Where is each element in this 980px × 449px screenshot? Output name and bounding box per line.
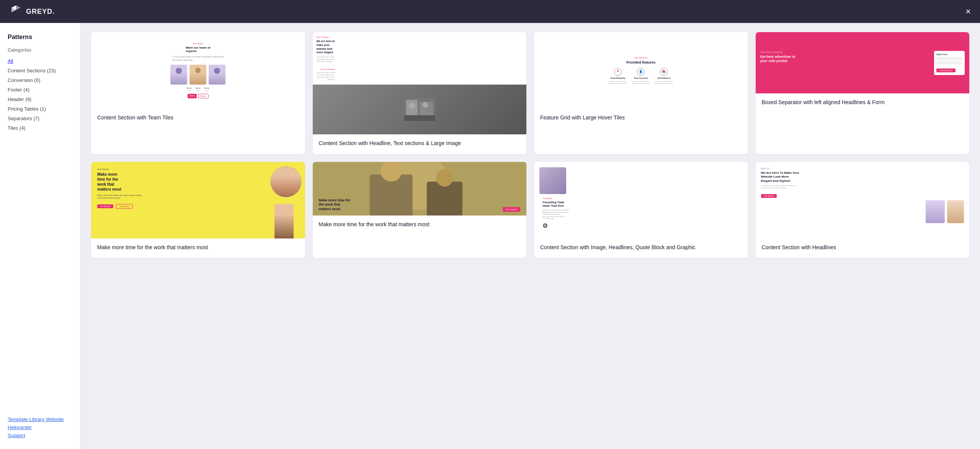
card-pink-title: Boxed Separator with left aligned Headli… <box>762 99 964 106</box>
card-headline-preview: Our Product We are here tomake yourwebsi… <box>313 32 527 134</box>
card-stylish-preview: Meet Us We Are Here To Make YourWebsite … <box>756 162 970 238</box>
svg-point-7 <box>423 102 428 108</box>
sidebar-item-header[interactable]: Header (9) <box>8 95 72 104</box>
card-boxed-separator[interactable]: Lose Your Community Get best advertiser … <box>756 32 970 154</box>
card-stylish[interactable]: Meet Us We Are Here To Make YourWebsite … <box>756 162 970 258</box>
card-features-title: Feature Grid with Large Hover Tiles <box>540 114 742 122</box>
card-team-title: Content Section with Team Tiles <box>97 114 299 122</box>
large-image <box>313 85 527 134</box>
svg-rect-13 <box>426 181 462 216</box>
app-header: GREYD. × <box>0 0 980 23</box>
card-stylish-body: Content Section with Headlines <box>756 238 970 258</box>
greyd-logo-icon <box>9 5 23 18</box>
logo-text: GREYD. <box>26 8 55 16</box>
card-consulting[interactable]: Consulting Consulting Tradeeasier Than E… <box>534 162 748 258</box>
card-work-yellow-body: Make more time for the work that matters… <box>91 238 305 258</box>
card-consulting-title: Content Section with Image, Headlines, Q… <box>540 244 742 251</box>
card-headline-title: Content Section with Headline, Text sect… <box>319 140 521 147</box>
card-feature-grid[interactable]: Our Services Provided features 📍 Email M… <box>534 32 748 154</box>
card-work-yellow-title: Make more time for the work that matters… <box>97 244 299 251</box>
card-features-preview: Our Services Provided features 📍 Email M… <box>534 32 748 109</box>
svg-point-6 <box>409 103 415 109</box>
card-features-body: Feature Grid with Large Hover Tiles <box>534 109 748 129</box>
card-work-office-preview: Make more time forthe work thatmatters m… <box>313 162 527 216</box>
helpcenter-link[interactable]: Helpcenter <box>8 425 72 430</box>
card-team-body: Content Section with Team Tiles <box>91 109 305 129</box>
support-link[interactable]: Support <box>8 433 72 438</box>
sidebar-top: Patterns Categories All Content Sections… <box>8 34 72 132</box>
card-pink-body: Boxed Separator with left aligned Headli… <box>756 93 970 113</box>
sidebar-nav: All Content Sections (23) Conversion (6)… <box>8 57 72 132</box>
card-work-yellow[interactable]: Get Started Make moretime for thework th… <box>91 162 305 258</box>
sidebar-item-all[interactable]: All <box>8 57 72 65</box>
sidebar-item-separators[interactable]: Separators (7) <box>8 114 72 123</box>
card-pink-preview: Lose Your Community Get best advertiser … <box>756 32 970 93</box>
card-work-office[interactable]: Make more time forthe work thatmatters m… <box>313 162 527 258</box>
sidebar-title: Patterns <box>8 34 72 41</box>
sidebar-item-conversion[interactable]: Conversion (6) <box>8 76 72 85</box>
svg-point-14 <box>436 170 453 187</box>
content-area: Our Team Meet our team ofexperts Lorem i… <box>80 23 980 449</box>
sidebar-item-pricing-tables[interactable]: Pricing Tables (1) <box>8 104 72 113</box>
card-team-tiles[interactable]: Our Team Meet our team ofexperts Lorem i… <box>91 32 305 154</box>
card-work-yellow-preview: Get Started Make moretime for thework th… <box>91 162 305 238</box>
template-library-link[interactable]: Template Library Website <box>8 416 72 422</box>
close-button[interactable]: × <box>965 7 971 16</box>
sidebar: Patterns Categories All Content Sections… <box>0 23 80 449</box>
logo-area: GREYD. <box>9 5 55 18</box>
card-headline-image[interactable]: Our Product We are here tomake yourwebsi… <box>313 32 527 154</box>
card-consulting-preview: Consulting Consulting Tradeeasier Than E… <box>534 162 748 238</box>
svg-marker-2 <box>16 5 21 10</box>
card-work-office-title: Make more time for the work that matters… <box>319 221 521 229</box>
patterns-grid: Our Team Meet our team ofexperts Lorem i… <box>91 32 969 258</box>
categories-label: Categories <box>8 47 72 53</box>
card-work-office-body: Make more time for the work that matters… <box>313 216 527 235</box>
card-headline-body: Content Section with Headline, Text sect… <box>313 134 527 154</box>
sidebar-links: Template Library Website Helpcenter Supp… <box>8 416 72 438</box>
main-layout: Patterns Categories All Content Sections… <box>0 0 980 449</box>
sidebar-item-content-sections[interactable]: Content Sections (23) <box>8 66 72 75</box>
sidebar-item-footer[interactable]: Footer (4) <box>8 85 72 94</box>
card-stylish-title: Content Section with Headlines <box>762 244 964 251</box>
card-team-preview: Our Team Meet our team ofexperts Lorem i… <box>91 32 305 109</box>
sidebar-item-tiles[interactable]: Tiles (4) <box>8 124 72 132</box>
svg-rect-8 <box>404 115 435 121</box>
card-consulting-body: Content Section with Image, Headlines, Q… <box>534 238 748 258</box>
